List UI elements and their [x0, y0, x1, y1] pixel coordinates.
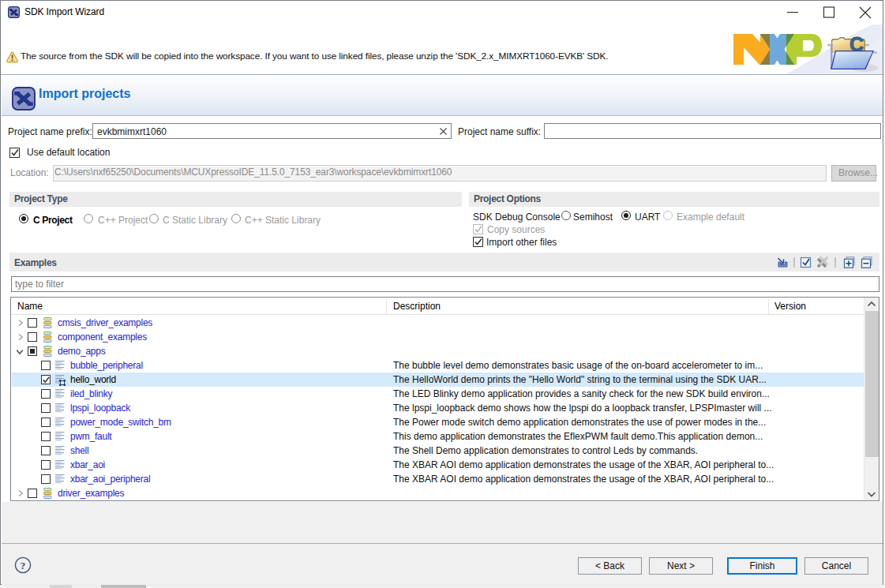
svg-text:?: ? [21, 560, 26, 571]
